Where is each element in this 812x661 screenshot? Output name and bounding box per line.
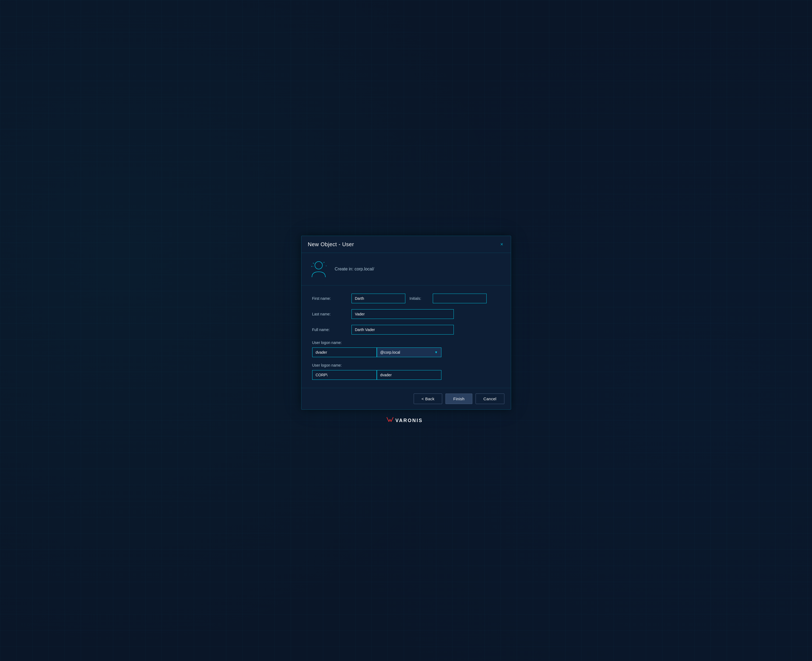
back-button[interactable]: < Back (414, 394, 442, 404)
new-object-user-dialog: New Object - User × Create in: corp.loca… (301, 236, 511, 410)
varonis-logo: VARONIS (385, 416, 428, 425)
svg-point-4 (326, 266, 326, 267)
domain-dropdown[interactable]: @corp.local ▼ (377, 348, 441, 357)
first-name-input[interactable] (352, 294, 405, 303)
full-name-input[interactable] (352, 325, 454, 335)
last-name-label: Last name: (312, 312, 347, 316)
svg-point-3 (323, 262, 324, 263)
initials-label: Initials: (410, 296, 428, 300)
svg-line-5 (314, 263, 315, 264)
close-button[interactable]: × (499, 241, 505, 248)
svg-text:VARONIS: VARONIS (395, 418, 423, 423)
create-in-text: Create in: corp.local/ (335, 267, 374, 271)
first-name-row: First name: Initials: (312, 294, 500, 303)
nt-label: User logon name: (312, 363, 500, 367)
svg-line-7 (322, 263, 323, 264)
dialog-info-bar: Create in: corp.local/ (301, 253, 511, 286)
cancel-button[interactable]: Cancel (476, 394, 505, 404)
dialog-footer: < Back Finish Cancel (301, 388, 511, 409)
upn-username-input[interactable] (312, 348, 377, 357)
domain-dropdown-value: @corp.local (380, 350, 400, 354)
chevron-down-icon: ▼ (435, 350, 438, 354)
dialog-body: First name: Initials: Last name: Full na… (301, 286, 511, 388)
dialog-title: New Object - User (308, 241, 354, 247)
upn-section: User logon name: @corp.local ▼ (312, 340, 500, 357)
full-name-label: Full name: (312, 327, 347, 332)
nt-username-input[interactable] (377, 370, 441, 380)
upn-inputs-row: @corp.local ▼ (312, 348, 500, 357)
svg-point-0 (315, 262, 322, 269)
dialog-header: New Object - User × (301, 236, 511, 253)
first-name-label: First name: (312, 296, 347, 300)
last-name-input[interactable] (352, 309, 454, 319)
nt-domain-prefix-input[interactable] (312, 370, 377, 380)
finish-button[interactable]: Finish (446, 394, 472, 404)
last-name-row: Last name: (312, 309, 500, 319)
initials-input[interactable] (433, 294, 487, 303)
user-avatar-icon (308, 258, 330, 280)
full-name-row: Full name: (312, 325, 500, 335)
upn-label: User logon name: (312, 340, 500, 345)
nt-inputs-row (312, 370, 500, 380)
nt-section: User logon name: (312, 363, 500, 380)
